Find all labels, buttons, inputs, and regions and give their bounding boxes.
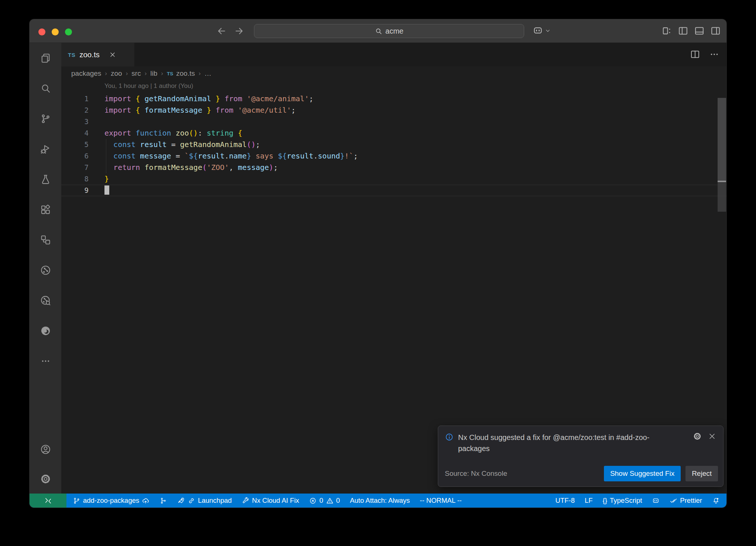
status-item-text: 0 <box>319 496 323 505</box>
status-item-copilot-status[interactable] <box>652 497 660 505</box>
status-item-language-mode[interactable]: {}TypeScript <box>603 496 642 505</box>
remote-indicator[interactable] <box>30 494 66 508</box>
activity-bar-item-search[interactable] <box>30 73 61 103</box>
command-center-search[interactable]: acme <box>254 24 524 38</box>
breadcrumb-item-lib[interactable]: lib <box>150 69 157 78</box>
editor-scrollbar[interactable] <box>718 98 726 212</box>
code-line-3[interactable]: 3 <box>61 116 726 127</box>
copilot-icon[interactable] <box>532 25 543 36</box>
code-line-6[interactable]: 6 const message = `${result.name} says $… <box>61 150 726 162</box>
zoom-window-button[interactable] <box>65 28 72 35</box>
forward-icon[interactable] <box>234 25 245 37</box>
reject-button[interactable]: Reject <box>685 466 718 481</box>
status-item-launchpad[interactable]: Launchpad <box>177 496 232 505</box>
status-item-vim-mode[interactable]: -- NORMAL -- <box>420 496 461 505</box>
notification-settings-gear-icon[interactable] <box>693 432 702 441</box>
notification-source: Source: Nx Console <box>445 470 507 478</box>
line-number: 6 <box>61 150 104 162</box>
status-item-auto-attach[interactable]: Auto Attach: Always <box>350 496 410 505</box>
scrollbar-slider-lower[interactable] <box>718 182 726 212</box>
code-line-4[interactable]: 4export function zoo(): string { <box>61 127 726 139</box>
git-branch-icon <box>73 497 80 505</box>
source-control-icon <box>40 113 51 124</box>
activity-bar-item-run-and-debug[interactable] <box>30 134 61 164</box>
split-editor-icon[interactable] <box>690 49 701 60</box>
more-h-icon[interactable] <box>709 49 720 60</box>
status-item-text: 0 <box>336 496 340 505</box>
breadcrumb-item-zoo[interactable]: zoo <box>111 69 122 78</box>
status-item-problems[interactable]: 00 <box>309 496 340 505</box>
activity-bar-item-accounts[interactable] <box>30 434 61 464</box>
activity-bar-item-nx-workspace[interactable] <box>30 225 61 255</box>
activity-bar-item-edge-browser[interactable] <box>30 315 61 346</box>
search-icon <box>375 27 382 35</box>
status-item-git-branch[interactable]: add-zoo-packages <box>73 496 150 505</box>
status-item-eol[interactable]: LF <box>585 496 593 505</box>
minimize-window-button[interactable] <box>52 28 59 35</box>
panel-left-icon[interactable] <box>677 25 689 37</box>
breadcrumb-item-src[interactable]: src <box>131 69 141 78</box>
activity-bar-item-testing[interactable] <box>30 164 61 194</box>
title-bar: acme <box>30 19 726 43</box>
status-item-text: Launchpad <box>198 496 232 505</box>
code-line-1[interactable]: 1import { getRandomAnimal } from '@acme/… <box>61 93 726 105</box>
history-nav <box>216 25 245 37</box>
activity-bar-item-nx-console[interactable] <box>30 255 61 285</box>
activity-bar-item-settings[interactable] <box>30 464 61 494</box>
breadcrumb-item-zoo-ts[interactable]: zoo.ts <box>176 69 195 78</box>
status-item-source-control-graph[interactable] <box>159 497 167 505</box>
code-line-8[interactable]: 8} <box>61 173 726 185</box>
code-text <box>104 185 109 196</box>
code-line-2[interactable]: 2import { formatMessage } from '@acme/ut… <box>61 105 726 116</box>
activity-bar-item-nx-cloud[interactable] <box>30 285 61 315</box>
activity-bar-item-extensions[interactable] <box>30 194 61 225</box>
tab-zoo-ts[interactable]: TS zoo.ts <box>61 43 134 66</box>
status-item-text: Prettier <box>680 496 702 505</box>
cloud-upload-icon <box>142 497 150 505</box>
graph-icon <box>159 497 167 505</box>
code-line-9[interactable]: 9 <box>61 185 726 196</box>
code-line-5[interactable]: 5 const result = getRandomAnimal(); <box>61 139 726 150</box>
panel-right-icon[interactable] <box>710 25 721 37</box>
account-icon <box>40 444 51 455</box>
editor-actions <box>690 49 720 60</box>
activity-bar-item-additional-views[interactable] <box>30 346 61 376</box>
status-item-encoding[interactable]: UTF-8 <box>556 496 575 505</box>
nx-workspace-icon <box>40 234 51 246</box>
activity-bar-item-explorer[interactable] <box>30 43 61 73</box>
layout-icon[interactable] <box>661 25 673 37</box>
code-line-7[interactable]: 7 return formatMessage('ZOO', message); <box>61 162 726 173</box>
close-tab-icon[interactable] <box>109 51 116 58</box>
panel-bottom-icon[interactable] <box>694 25 705 37</box>
status-item-notifications-bell[interactable] <box>712 497 720 505</box>
status-bar: add-zoo-packagesLaunchpadNx Cloud AI Fix… <box>30 494 726 508</box>
status-item-formatter[interactable]: Prettier <box>670 496 702 505</box>
bell-dot-icon <box>712 497 720 505</box>
notification-message: Nx Cloud suggested a fix for @acme/zoo:t… <box>458 432 665 454</box>
warning-icon <box>326 497 334 505</box>
activity-bar-item-source-control[interactable] <box>30 103 61 134</box>
scrollbar-slider[interactable] <box>718 98 726 181</box>
typescript-file-icon: TS <box>68 52 75 58</box>
breadcrumb-item-packages[interactable]: packages <box>71 69 101 78</box>
link-icon <box>188 497 195 505</box>
line-number: 2 <box>61 105 104 116</box>
status-item-nx-cloud-ai-fix[interactable]: Nx Cloud AI Fix <box>242 496 299 505</box>
copilot-menu[interactable] <box>532 25 551 36</box>
status-item-text: UTF-8 <box>556 496 575 505</box>
chevron-down-icon[interactable] <box>544 27 551 34</box>
close-window-button[interactable] <box>38 28 45 35</box>
back-icon[interactable] <box>216 25 227 37</box>
breadcrumb-item--[interactable]: … <box>205 69 212 78</box>
notification-close-icon[interactable] <box>708 432 717 441</box>
show-suggested-fix-button[interactable]: Show Suggested Fix <box>604 466 681 481</box>
code-text: export function zoo(): string { <box>104 127 242 139</box>
status-item-text: TypeScript <box>610 496 642 505</box>
status-item-text: Auto Attach: Always <box>350 496 410 505</box>
line-number: 4 <box>61 127 104 139</box>
status-item-text: Nx Cloud AI Fix <box>252 496 299 505</box>
git-blame-annotation: You, 1 hour ago | 1 author (You) <box>61 81 726 93</box>
breadcrumb-separator: › <box>145 70 147 77</box>
explorer-icon <box>40 52 51 64</box>
remote-icon <box>44 496 52 505</box>
